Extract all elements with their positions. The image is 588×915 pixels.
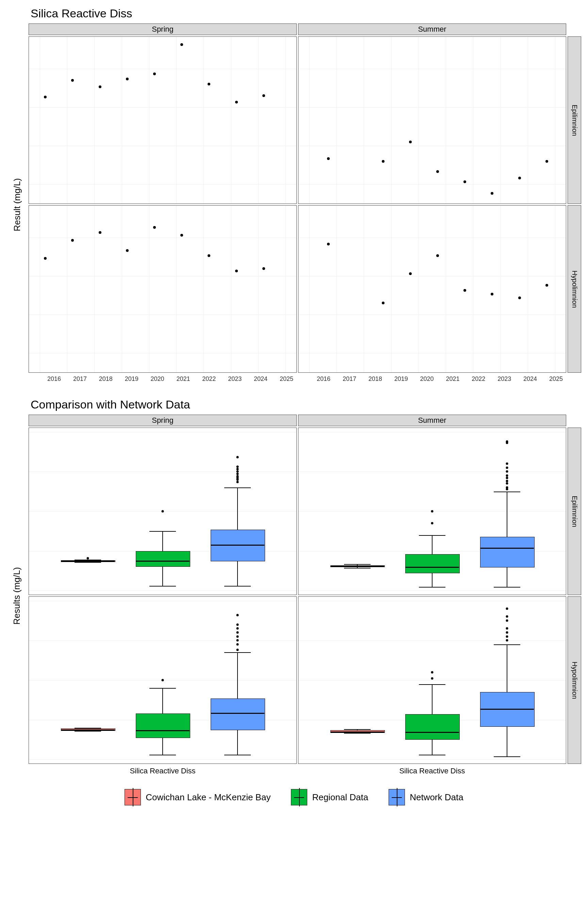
col-strip-spring: Spring (29, 415, 297, 426)
col-strip-summer: Summer (298, 24, 566, 35)
legend-item-network: Network Data (389, 789, 464, 805)
legend-item-cowichan: Cowichan Lake - McKenzie Bay (124, 789, 271, 805)
scatter-facet-grid: Result (mg/L) Spring Summer 3.03.33.63.9… (7, 24, 581, 384)
x-ticks-spring: 2016201720182019202020212022202320242025 (29, 374, 297, 384)
panel-spring-epilimnion: 05101520 (29, 428, 297, 595)
panel-summer-hypolimnion (298, 597, 566, 764)
legend-label: Cowichan Lake - McKenzie Bay (145, 792, 271, 803)
col-strip-spring: Spring (29, 24, 297, 35)
legend-swatch (124, 789, 141, 805)
legend-label: Network Data (410, 792, 464, 803)
boxplot-facet-grid: Results (mg/L) Spring Summer 05101520 Ep… (7, 415, 581, 776)
row-strip-epilimnion: Epilimnion (568, 36, 581, 204)
col-strip-summer: Summer (298, 415, 566, 426)
legend-item-regional: Regional Data (291, 789, 368, 805)
x-label-spring: Silica Reactive Diss (29, 765, 297, 776)
legend-label: Regional Data (312, 792, 368, 803)
legend: Cowichan Lake - McKenzie Bay Regional Da… (7, 789, 581, 805)
panel-summer-hypolimnion (298, 205, 566, 373)
y-axis-title: Results (mg/L) (7, 428, 27, 764)
legend-swatch (389, 789, 405, 805)
panel-spring-hypolimnion: 3.03.33.63.9 (29, 205, 297, 373)
row-strip-hypolimnion: Hypolimnion (568, 205, 581, 373)
row-strip-hypolimnion: Hypolimnion (568, 597, 581, 764)
panel-spring-hypolimnion: 05101520 (29, 597, 297, 764)
chart-title: Comparison with Network Data (31, 398, 581, 411)
panel-summer-epilimnion (298, 428, 566, 595)
legend-swatch (291, 789, 307, 805)
boxplot-chart-block: Comparison with Network Data Results (mg… (7, 398, 581, 776)
x-ticks-summer: 2016201720182019202020212022202320242025 (298, 374, 566, 384)
x-label-summer: Silica Reactive Diss (298, 765, 566, 776)
row-strip-epilimnion: Epilimnion (568, 428, 581, 595)
y-axis-title: Result (mg/L) (7, 36, 27, 373)
scatter-chart-block: Silica Reactive Diss Result (mg/L) Sprin… (7, 7, 581, 384)
chart-title: Silica Reactive Diss (31, 7, 581, 20)
panel-spring-epilimnion: 3.03.33.63.9 (29, 36, 297, 204)
panel-summer-epilimnion (298, 36, 566, 204)
